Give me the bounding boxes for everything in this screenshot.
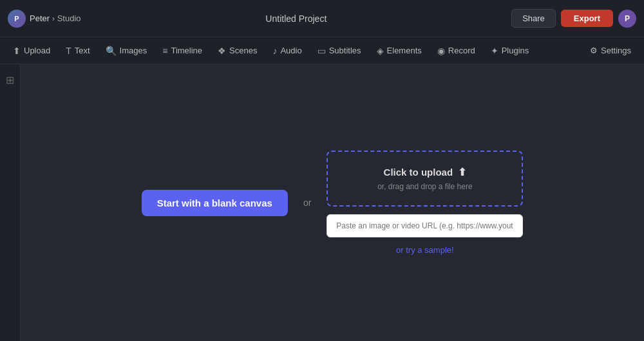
left-panel-icon: ⊞ [3,72,18,88]
nav-label-timeline: Timeline [171,46,202,55]
share-button[interactable]: Share [511,9,556,28]
images-icon: 🔍 [106,46,117,56]
canvas-content: Start with a blank canvas or Click to up… [142,151,524,255]
nav-item-record[interactable]: ◉ Record [430,37,483,64]
nav-item-upload[interactable]: ⬆ Upload [5,37,58,64]
nav-label-images: Images [120,46,147,55]
user-badge: P [618,10,636,28]
plugins-icon: ✦ [491,46,498,56]
top-actions: Share Export P [511,9,636,28]
nav-label-audio: Audio [280,46,301,55]
timeline-icon: ≡ [162,46,167,56]
brand: P Peter › Studio [8,10,81,28]
blank-canvas-button[interactable]: Start with a blank canvas [142,190,288,216]
nav-label-elements: Elements [387,46,422,55]
upload-drop-zone[interactable]: Click to upload ⬆ or, drag and drop a fi… [327,151,523,207]
app-name: Studio [57,14,81,23]
left-panel: ⊞ [0,64,21,341]
user-name: Peter [30,14,50,23]
nav-items: ⬆ Upload T Text 🔍 Images ≡ Timeline ❖ Sc… [5,37,582,64]
avatar: P [8,10,26,28]
url-input[interactable] [327,214,523,237]
upload-section: Click to upload ⬆ or, drag and drop a fi… [327,151,523,255]
text-icon: T [66,46,71,56]
nav-item-images[interactable]: 🔍 Images [98,37,155,64]
nav-label-settings: Settings [601,46,631,55]
nav-item-subtitles[interactable]: ▭ Subtitles [310,37,369,64]
or-divider: or [303,198,311,208]
click-to-upload-text: Click to upload [384,167,453,178]
export-button[interactable]: Export [561,10,613,27]
top-bar: P Peter › Studio Untitled Project Share … [0,0,644,37]
nav-label-upload: Upload [24,46,50,55]
upload-icon: ⬆ [13,46,21,56]
nav-label-text: Text [75,46,90,55]
upload-label: Click to upload ⬆ [384,166,467,178]
nav-bar: ⬆ Upload T Text 🔍 Images ≡ Timeline ❖ Sc… [0,37,644,64]
main-area: ⊞ Start with a blank canvas or Click to … [0,64,644,341]
upload-sub-text: or, drag and drop a file here [377,182,472,191]
nav-item-audio[interactable]: ♪ Audio [265,37,309,64]
nav-label-scenes: Scenes [229,46,257,55]
upload-arrow-icon: ⬆ [458,166,466,178]
sample-link[interactable]: or try a sample! [396,245,454,255]
subtitles-icon: ▭ [317,46,326,56]
separator: › [52,14,55,23]
nav-item-text[interactable]: T Text [58,37,97,64]
nav-label-record: Record [448,46,475,55]
nav-item-settings[interactable]: ⚙ Settings [582,37,639,64]
scenes-icon: ❖ [218,46,226,56]
settings-icon: ⚙ [590,46,598,55]
nav-label-plugins: Plugins [502,46,529,55]
nav-label-subtitles: Subtitles [329,46,361,55]
nav-item-plugins[interactable]: ✦ Plugins [483,37,537,64]
canvas-area: Start with a blank canvas or Click to up… [21,64,644,341]
nav-item-scenes[interactable]: ❖ Scenes [210,37,265,64]
nav-item-timeline[interactable]: ≡ Timeline [155,37,210,64]
project-title: Untitled Project [86,14,507,24]
audio-icon: ♪ [272,46,277,56]
nav-item-elements[interactable]: ◈ Elements [369,37,430,64]
elements-icon: ◈ [377,46,384,56]
record-icon: ◉ [437,46,445,56]
breadcrumb: Peter › Studio [30,14,81,23]
